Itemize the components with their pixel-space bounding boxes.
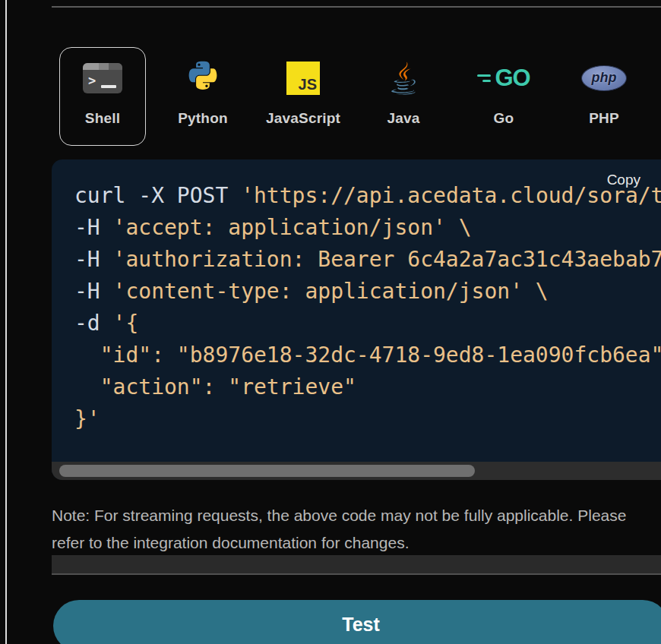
test-button[interactable]: Test bbox=[53, 600, 661, 644]
code-line: -H 'accept: application/json' \ bbox=[74, 212, 661, 244]
code-line: -H 'content-type: application/json' \ bbox=[74, 276, 661, 308]
code-line: -H 'authorization: Bearer 6c4a2a7ac31c43… bbox=[74, 244, 661, 276]
code-line: -d '{ bbox=[74, 308, 661, 339]
code-line: curl -X POST 'https://api.acedata.cloud/… bbox=[74, 180, 661, 212]
tab-label-shell: Shell bbox=[85, 110, 120, 127]
horizontal-rule bbox=[52, 555, 661, 575]
shell-terminal-icon: > bbox=[83, 63, 122, 93]
tab-label-javascript: JavaScript bbox=[266, 110, 340, 127]
tab-label-php: PHP bbox=[589, 110, 619, 127]
streaming-note: Note: For streaming requests, the above … bbox=[52, 502, 659, 557]
code-block: Copy curl -X POST 'https://api.acedata.c… bbox=[52, 159, 661, 480]
scrollbar-thumb[interactable] bbox=[59, 465, 475, 477]
code-line: "id": "b8976e18-32dc-4718-9ed8-1ea090fcb… bbox=[74, 339, 661, 371]
language-tabs: > Shell Python JS JavaScript bbox=[59, 47, 647, 146]
tab-javascript[interactable]: JS JavaScript bbox=[260, 47, 346, 146]
tab-shell[interactable]: > Shell bbox=[59, 47, 146, 146]
python-icon bbox=[185, 61, 220, 96]
window-edge-divider bbox=[5, 0, 7, 644]
tab-label-python: Python bbox=[178, 110, 228, 127]
tab-label-java: Java bbox=[387, 110, 419, 127]
section-divider bbox=[52, 6, 661, 8]
copy-button[interactable]: Copy bbox=[607, 172, 640, 188]
code-snippet: curl -X POST 'https://api.acedata.cloud/… bbox=[52, 159, 661, 435]
tab-java[interactable]: Java bbox=[360, 47, 447, 146]
tab-go[interactable]: GO Go bbox=[460, 47, 547, 146]
tab-label-go: Go bbox=[494, 110, 514, 127]
tab-python[interactable]: Python bbox=[160, 47, 246, 146]
go-icon: GO bbox=[477, 65, 530, 92]
php-icon: php bbox=[581, 65, 627, 91]
code-line: "action": "retrieve" bbox=[74, 371, 661, 403]
code-line: }' bbox=[74, 403, 661, 435]
test-button-label: Test bbox=[342, 614, 380, 636]
code-horizontal-scrollbar[interactable] bbox=[52, 462, 661, 480]
tab-php[interactable]: php PHP bbox=[561, 47, 647, 146]
java-icon bbox=[387, 59, 420, 97]
javascript-icon: JS bbox=[286, 62, 320, 95]
